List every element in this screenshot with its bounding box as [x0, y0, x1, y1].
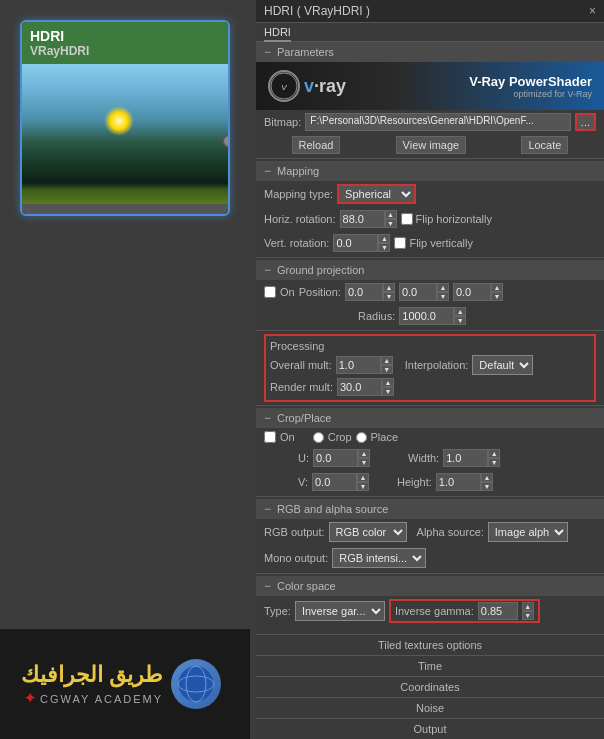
- crop-v-down[interactable]: ▼: [357, 482, 369, 491]
- reload-button[interactable]: Reload: [292, 136, 341, 154]
- render-mult-spinner: ▲ ▼: [337, 378, 394, 396]
- rgb-output-row: RGB output: RGB color Alpha only Alpha s…: [256, 519, 604, 545]
- vert-rotation-input[interactable]: [333, 234, 378, 252]
- crop-width-up[interactable]: ▲: [488, 449, 500, 458]
- crop-u-down[interactable]: ▼: [358, 458, 370, 467]
- vert-rotation-label: Vert. rotation:: [264, 237, 329, 249]
- inverse-gamma-down[interactable]: ▼: [522, 611, 534, 620]
- crop-width-input[interactable]: [443, 449, 488, 467]
- alpha-source-select[interactable]: Image alph... No alpha: [488, 522, 568, 542]
- horiz-rotation-spinner: ▲ ▼: [340, 210, 397, 228]
- crop-u-up[interactable]: ▲: [358, 449, 370, 458]
- overall-mult-down[interactable]: ▼: [381, 365, 393, 374]
- horiz-rotation-down[interactable]: ▼: [385, 219, 397, 228]
- ground-pos-y-input[interactable]: [399, 283, 437, 301]
- node-title1: HDRI: [30, 28, 220, 44]
- overall-mult-input[interactable]: [336, 356, 381, 374]
- crop-height-up[interactable]: ▲: [481, 473, 493, 482]
- vert-rotation-spinner: ▲ ▼: [333, 234, 390, 252]
- mono-output-label: Mono output:: [264, 552, 328, 564]
- crop-width-down[interactable]: ▼: [488, 458, 500, 467]
- watermark-sub: CGWAY ACADEMY: [40, 693, 163, 705]
- close-button[interactable]: ×: [589, 4, 596, 18]
- inverse-gamma-up[interactable]: ▲: [522, 602, 534, 611]
- crop-on-checkbox[interactable]: [264, 431, 276, 443]
- ground-proj-header: − Ground projection: [256, 260, 604, 280]
- inverse-gamma-input[interactable]: [478, 602, 518, 620]
- divider4: [256, 405, 604, 406]
- flip-horiz-checkbox[interactable]: [401, 213, 413, 225]
- bottom-links: Tiled textures options Time Coordinates …: [256, 634, 604, 739]
- overall-mult-up[interactable]: ▲: [381, 356, 393, 365]
- render-mult-up[interactable]: ▲: [382, 378, 394, 387]
- place-radio[interactable]: [356, 432, 367, 443]
- svg-text:V: V: [281, 83, 287, 92]
- mapping-header: − Mapping: [256, 161, 604, 181]
- ground-pos-z-down[interactable]: ▼: [491, 292, 503, 301]
- coordinates-link[interactable]: Coordinates: [256, 676, 604, 697]
- ground-on-row: On Position: ▲ ▼ ▲ ▼ ▲ ▼: [256, 280, 604, 304]
- crop-v-spinner: ▲ ▼: [312, 473, 369, 491]
- ground-on-checkbox[interactable]: [264, 286, 276, 298]
- color-space-collapse[interactable]: −: [264, 579, 271, 593]
- vert-rotation-up[interactable]: ▲: [378, 234, 390, 243]
- mapping-collapse[interactable]: −: [264, 164, 271, 178]
- crop-u-input[interactable]: [313, 449, 358, 467]
- crop-height-down[interactable]: ▼: [481, 482, 493, 491]
- crop-u-row: U: ▲ ▼ Width: ▲ ▼: [256, 446, 604, 470]
- horiz-rotation-up[interactable]: ▲: [385, 210, 397, 219]
- processing-box: Processing Overall mult: ▲ ▼ Interpolati…: [264, 334, 596, 402]
- ground-pos-x-up[interactable]: ▲: [383, 283, 395, 292]
- collapse-button[interactable]: −: [264, 45, 271, 59]
- render-mult-input[interactable]: [337, 378, 382, 396]
- window-title: HDRI ( VRayHDRI ): [264, 4, 370, 18]
- crop-v-row: V: ▲ ▼ Height: ▲ ▼: [256, 470, 604, 494]
- crop-radio[interactable]: [313, 432, 324, 443]
- node-card: HDRI VRayHDRI: [20, 20, 230, 216]
- ground-pos-y-up[interactable]: ▲: [437, 283, 449, 292]
- locate-button[interactable]: Locate: [521, 136, 568, 154]
- tab-hdri[interactable]: HDRI: [264, 26, 291, 42]
- bitmap-browse-button[interactable]: ...: [575, 113, 596, 131]
- rgb-output-select[interactable]: RGB color Alpha only: [329, 522, 407, 542]
- crop-place-collapse[interactable]: −: [264, 411, 271, 425]
- ground-radius-down[interactable]: ▼: [454, 316, 466, 325]
- crop-v-up[interactable]: ▲: [357, 473, 369, 482]
- flip-vert-checkbox[interactable]: [394, 237, 406, 249]
- ground-pos-x-down[interactable]: ▼: [383, 292, 395, 301]
- ground-radius-input[interactable]: [399, 307, 454, 325]
- color-space-label: Color space: [277, 580, 336, 592]
- ground-pos-x-input[interactable]: [345, 283, 383, 301]
- place-radio-label: Place: [371, 431, 399, 443]
- vray-ps-sub: optimized for V-Ray: [469, 89, 592, 99]
- rgb-alpha-header: − RGB and alpha source: [256, 499, 604, 519]
- rgb-alpha-collapse[interactable]: −: [264, 502, 271, 516]
- crop-v-input[interactable]: [312, 473, 357, 491]
- mono-output-select[interactable]: RGB intensi... Alpha: [332, 548, 426, 568]
- inverse-gamma-box: Inverse gamma: ▲ ▼: [389, 599, 540, 623]
- noise-link[interactable]: Noise: [256, 697, 604, 718]
- ground-pos-y-spinner: ▲ ▼: [399, 283, 449, 301]
- ground-pos-z-up[interactable]: ▲: [491, 283, 503, 292]
- flip-horiz-text: Flip horizontally: [416, 213, 492, 225]
- horiz-rotation-input[interactable]: [340, 210, 385, 228]
- view-image-button[interactable]: View image: [396, 136, 467, 154]
- ground-pos-y-down[interactable]: ▼: [437, 292, 449, 301]
- tiled-textures-link[interactable]: Tiled textures options: [256, 634, 604, 655]
- vert-rotation-row: Vert. rotation: ▲ ▼ Flip vertically: [256, 231, 604, 255]
- mapping-type-select[interactable]: Spherical Cylindrical Planar: [337, 184, 416, 204]
- time-link[interactable]: Time: [256, 655, 604, 676]
- node-connector[interactable]: [222, 134, 228, 148]
- ground-radius-spinner: ▲ ▼: [399, 307, 466, 325]
- interpolation-select[interactable]: Default None Linear: [472, 355, 533, 375]
- crop-on-row: On Crop Place: [256, 428, 604, 446]
- ground-proj-collapse[interactable]: −: [264, 263, 271, 277]
- vert-rotation-down[interactable]: ▼: [378, 243, 390, 252]
- bitmap-path-field[interactable]: F:\Personal\3D\Resources\General\HDRI\Op…: [305, 113, 571, 131]
- ground-radius-up[interactable]: ▲: [454, 307, 466, 316]
- ground-pos-z-input[interactable]: [453, 283, 491, 301]
- render-mult-down[interactable]: ▼: [382, 387, 394, 396]
- output-link[interactable]: Output: [256, 718, 604, 739]
- color-space-type-select[interactable]: Inverse gar... sRGB Linear: [295, 601, 385, 621]
- crop-height-input[interactable]: [436, 473, 481, 491]
